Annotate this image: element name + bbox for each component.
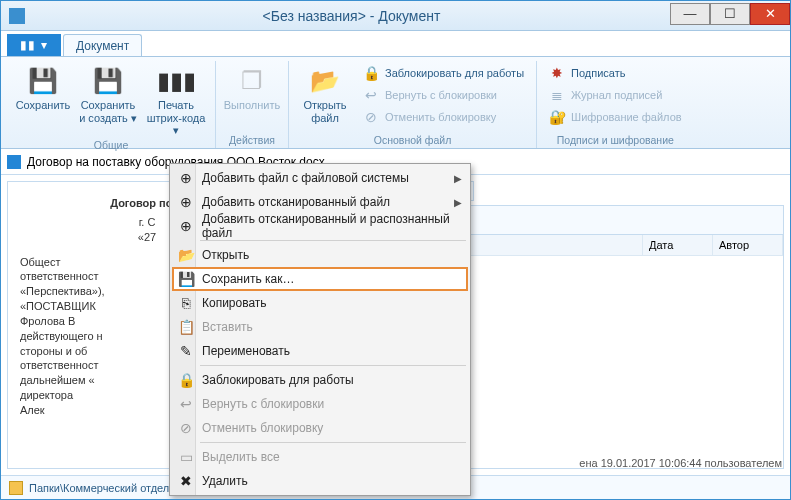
ribbon-file-tab[interactable]: ▮▮ ▾ xyxy=(7,34,61,56)
menu-item-label: Добавить отсканированный файл xyxy=(202,195,390,209)
menu-item-label: Добавить файл с файловой системы xyxy=(202,171,409,185)
app-icon xyxy=(9,8,25,24)
window-buttons: — ☐ ✕ xyxy=(670,7,790,25)
menu-item-label: Отменить блокировку xyxy=(202,421,323,435)
open-file-button[interactable]: 📂 Открыть файл xyxy=(297,61,353,132)
menu-item-icon: ⊕ xyxy=(177,194,195,210)
word-file-icon xyxy=(7,155,21,169)
menu-item-icon: ⎘ xyxy=(177,295,195,311)
submenu-arrow-icon: ▶ xyxy=(454,173,462,184)
context-menu-item[interactable]: 💾Сохранить как… xyxy=(172,267,468,291)
print-barcode-button[interactable]: ▮▮▮ Печать штрих-кода ▾ xyxy=(145,61,207,137)
menu-item-label: Переименовать xyxy=(202,344,290,358)
menu-item-icon: 📋 xyxy=(177,319,195,335)
menu-item-icon: ⊕ xyxy=(177,170,195,186)
menu-item-icon: 📂 xyxy=(177,247,195,263)
context-menu-item[interactable]: ✖Удалить xyxy=(172,469,468,493)
menu-item-icon: 🔒 xyxy=(177,372,195,388)
ribbon-tabs: ▮▮ ▾ Документ xyxy=(1,31,790,57)
menu-item-label: Сохранить как… xyxy=(202,272,294,286)
menu-item-icon: ✖ xyxy=(177,473,195,489)
barcode-icon: ▮▮▮ xyxy=(160,65,192,97)
journal-icon: ≣ xyxy=(549,87,565,103)
context-menu-item[interactable]: 🔒Заблокировать для работы xyxy=(172,368,468,392)
lock-icon: 🔒 xyxy=(363,65,379,81)
context-menu-item[interactable]: ✎Переименовать xyxy=(172,339,468,363)
ribbon-group-common: 💾 Сохранить 💾 Сохранить и создать ▾ ▮▮▮ … xyxy=(7,61,216,148)
context-menu-item[interactable]: ⊕Добавить файл с файловой системы▶ xyxy=(172,166,468,190)
ribbon-tab-document[interactable]: Документ xyxy=(63,34,142,56)
menu-item-label: Удалить xyxy=(202,474,248,488)
save-icon: 💾 xyxy=(27,65,59,97)
menu-item-icon: ▭ xyxy=(177,449,195,465)
context-menu-item: ⊘Отменить блокировку xyxy=(172,416,468,440)
menu-item-label: Выделить все xyxy=(202,450,280,464)
sign-icon: ✸ xyxy=(549,65,565,81)
menu-item-icon: ⊕ xyxy=(177,218,195,234)
ribbon: 💾 Сохранить 💾 Сохранить и создать ▾ ▮▮▮ … xyxy=(1,57,790,149)
maximize-button[interactable]: ☐ xyxy=(710,3,750,25)
cancel-lock-icon: ⊘ xyxy=(363,109,379,125)
modified-info: ена 19.01.2017 10:06:44 пользователем xyxy=(579,457,782,469)
menu-item-label: Вернуть с блокировки xyxy=(202,397,324,411)
minimize-button[interactable]: — xyxy=(670,3,710,25)
menu-item-label: Копировать xyxy=(202,296,267,310)
return-icon: ↩ xyxy=(363,87,379,103)
ribbon-group-actions: ❐ Выполнить Действия xyxy=(216,61,289,148)
menu-item-icon: 💾 xyxy=(177,271,195,287)
encrypt-icon: 🔐 xyxy=(549,109,565,125)
open-folder-icon: 📂 xyxy=(309,65,341,97)
ribbon-group-mainfile: 📂 Открыть файл 🔒Заблокировать для работы… xyxy=(289,61,537,148)
ribbon-group-sign: ✸Подписать ≣Журнал подписей 🔐Шифрование … xyxy=(537,61,694,148)
return-lock-button: ↩Вернуть с блокировки xyxy=(359,85,528,105)
save-and-create-button[interactable]: 💾 Сохранить и создать ▾ xyxy=(77,61,139,137)
signature-journal-button: ≣Журнал подписей xyxy=(545,85,686,105)
menu-item-label: Добавить отсканированный и распознанный … xyxy=(202,212,450,240)
folder-icon xyxy=(9,481,23,495)
execute-icon: ❐ xyxy=(236,65,268,97)
close-button[interactable]: ✕ xyxy=(750,3,790,25)
menu-item-icon: ⊘ xyxy=(177,420,195,436)
menu-item-label: Вставить xyxy=(202,320,253,334)
window-title: <Без названия> - Документ xyxy=(33,8,670,24)
cancel-lock-button: ⊘Отменить блокировку xyxy=(359,107,528,127)
submenu-arrow-icon: ▶ xyxy=(454,197,462,208)
save-button[interactable]: 💾 Сохранить xyxy=(15,61,71,137)
context-menu-item[interactable]: ⊕Добавить отсканированный файл▶ xyxy=(172,190,468,214)
title-bar: <Без названия> - Документ — ☐ ✕ xyxy=(1,1,790,31)
menu-item-label: Заблокировать для работы xyxy=(202,373,354,387)
context-menu-item[interactable]: ⊕Добавить отсканированный и распознанный… xyxy=(172,214,468,238)
menu-item-label: Открыть xyxy=(202,248,249,262)
menu-item-icon: ↩ xyxy=(177,396,195,412)
context-menu-item: ▭Выделить все xyxy=(172,445,468,469)
sign-button[interactable]: ✸Подписать xyxy=(545,63,686,83)
context-menu-item[interactable]: 📂Открыть xyxy=(172,243,468,267)
encrypt-files-button: 🔐Шифрование файлов xyxy=(545,107,686,127)
execute-button: ❐ Выполнить xyxy=(224,61,280,132)
context-menu: ⊕Добавить файл с файловой системы▶⊕Добав… xyxy=(169,163,471,496)
menu-item-icon: ✎ xyxy=(177,343,195,359)
context-menu-item: 📋Вставить xyxy=(172,315,468,339)
save-create-icon: 💾 xyxy=(92,65,124,97)
lock-button[interactable]: 🔒Заблокировать для работы xyxy=(359,63,528,83)
context-menu-item[interactable]: ⎘Копировать xyxy=(172,291,468,315)
context-menu-item: ↩Вернуть с блокировки xyxy=(172,392,468,416)
